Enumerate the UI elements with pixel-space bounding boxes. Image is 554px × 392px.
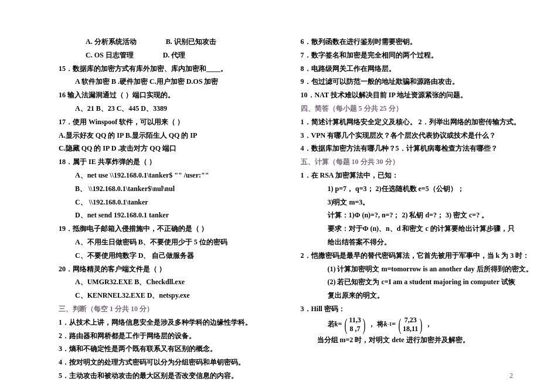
opt-c: C. OS 日志管理 bbox=[86, 51, 134, 59]
question-20-b: C、KENRNEL32.EXE D、netspy.exe bbox=[59, 289, 277, 302]
calc-2-a: (1) 计算加密明文 m=tomorrow is an another day … bbox=[301, 263, 519, 276]
page-number: 2 bbox=[509, 371, 513, 380]
calc-2-b: (2) 若已知密文为 c=I am a student majoring in … bbox=[301, 275, 519, 302]
section-3-title: 三、判断（每空 1 分共 10 分） bbox=[59, 302, 277, 316]
matrix-b: ( 7,23 18,11 ) bbox=[397, 316, 424, 333]
question-15: 15．数据库的加密方式有库外加密、库内加密和____。 bbox=[59, 62, 277, 76]
opt-b: B. 识别已知攻击 bbox=[166, 38, 216, 46]
question-20-a: A、UMGR32.EXE B、Checkdll.exe bbox=[59, 275, 277, 289]
matrix-a: ( 11,3 8 ,7 ) bbox=[343, 316, 366, 333]
question-19-a: A、不用生日做密码 B、不要使用少于 5 位的密码 bbox=[59, 236, 277, 249]
question-19: 19．抵御电子邮箱入侵措施中，不正确的是（ ） bbox=[59, 222, 277, 236]
calc-1-c: 计算：1)Φ (n)=?, n=?； 2) 私钥 d=?； 3) 密文 c=? … bbox=[301, 209, 519, 222]
left-column: A. 分析系统活动 B. 识别已知攻击 C. OS 日志管理 D. 代理 15．… bbox=[59, 35, 277, 383]
calc-2: 2．恺撒密码是最早的替代密码算法，它首先被用于军事中，当 k 为 3 时： bbox=[301, 249, 519, 263]
question-16-opts: A、21 B、23 C、445 D、3389 bbox=[59, 102, 277, 115]
question-17-a: A.显示好友 QQ 的 IP B.显示陌生人 QQ 的 IP bbox=[59, 129, 277, 142]
calc-1-b: 3)明文 m=3。 bbox=[301, 196, 519, 209]
question-18-d: D、net send 192.168.0.1 tanker bbox=[59, 209, 277, 222]
paren-left-icon: ( bbox=[399, 316, 402, 333]
opt-row: A. 分析系统活动 B. 识别已知攻击 bbox=[59, 35, 277, 49]
opt-row: C. OS 日志管理 D. 代理 bbox=[59, 49, 277, 62]
calc-1: 1．在 RSA 加密算法中，已知： bbox=[301, 169, 519, 182]
judge-8: 8．电路级网关工作在网络层。 bbox=[301, 62, 519, 76]
question-15-opts: A 软件加密 B .硬件加密 C.用户加密 D.OS 加密 bbox=[59, 75, 277, 88]
judge-9: 9．包过滤可以防范一般的地址欺骗和源路由攻击。 bbox=[301, 75, 519, 88]
opt-d: D. 代理 bbox=[163, 51, 186, 59]
calc-1-a: 1) p=7， q=3； 2)任选随机数 e=5（公钥）； bbox=[301, 182, 519, 196]
matrix-eq: = bbox=[338, 318, 342, 331]
paren-left-icon: ( bbox=[345, 316, 348, 333]
matrix-a-row1: 11,3 bbox=[349, 316, 361, 324]
matrix-mid: ， 将 bbox=[368, 318, 384, 331]
right-column: 6．散列函数在进行鉴别时需要密钥。 7．数字签名和加密是完全相同的两个过程。 8… bbox=[301, 35, 519, 383]
matrix-eq2: = bbox=[392, 318, 396, 331]
section-5-title: 五、计算（每题 10 分共 30 分） bbox=[301, 155, 519, 169]
paren-right-icon: ) bbox=[420, 316, 423, 333]
question-18-a: A、net use \\192.168.0.1\tanker$ "" /user… bbox=[59, 169, 277, 182]
question-17: 17．使用 Winspoof 软件，可以用来（ ） bbox=[59, 115, 277, 129]
question-18-b: B、 \\192.168.0.1\tanker$\nul\nul bbox=[59, 182, 277, 196]
question-16: 16 输入法漏洞通过（ ）端口实现的。 bbox=[59, 88, 277, 102]
question-18-c: C、 \\192.168.0.1\tanker bbox=[59, 196, 277, 209]
section-4-title: 四、简答（每小题 5 分共 25 分） bbox=[301, 102, 519, 115]
matrix-b-row1: 7,23 bbox=[403, 316, 418, 324]
calc-1-d: 要求：对于Φ (n)、n、d 和密文 c 的计算要给出计算步骤，只给出结答案不得… bbox=[301, 222, 519, 249]
question-17-b: C.隐藏 QQ 的 IP D .攻击对方 QQ 端口 bbox=[59, 142, 277, 155]
judge-4: 4．按对明文的处理方式密码可以分为分组密码和单钥密码。 bbox=[59, 356, 277, 369]
question-19-b: C、不要使用纯数字 D、 自己做服务器 bbox=[59, 249, 277, 263]
calc-3-matrix: 若 k = ( 11,3 8 ,7 ) ， 将 k -1 = ( 7,23 18… bbox=[301, 316, 519, 333]
question-18: 18．属于 IE 共享炸弹的是（ ） bbox=[59, 155, 277, 169]
matrix-b-row2: 18,11 bbox=[403, 325, 418, 333]
short-3: 3．VPN 有哪几个实现层次？各个层次代表协议或技术是什么？ bbox=[301, 129, 519, 142]
judge-2: 2．路由器和网桥都是工作于网络层的设备。 bbox=[59, 329, 277, 343]
short-1-2: 1．简述计算机网络安全定义及核心。 2．列举出网络的加密传输方式。 bbox=[301, 115, 519, 129]
judge-1: 1．从技术上讲，网络信息安全是涉及多种学科的边缘性学科。 bbox=[59, 316, 277, 329]
judge-5: 5．主动攻击和被动攻击的最大区别是否改变信息的内容。 bbox=[59, 369, 277, 383]
judge-3: 3．熵和不确定性是两个既有联系又有区别的概念。 bbox=[59, 342, 277, 356]
matrix-a-row2: 8 ,7 bbox=[349, 325, 361, 333]
judge-10: 10．NAT 技术难以解决目前 IP 地址资源紧张的问题。 bbox=[301, 88, 519, 102]
calc-3-b: 当分组 m=2 时，对明文 dete 进行加密并及解密。 bbox=[301, 333, 519, 347]
calc-3: 3．Hill 密码： bbox=[301, 302, 519, 316]
matrix-prefix: 若 bbox=[328, 318, 335, 331]
judge-6: 6．散列函数在进行鉴别时需要密钥。 bbox=[301, 35, 519, 49]
matrix-end: ， bbox=[425, 318, 432, 331]
short-4-5: 4．数据库加密方法有哪几种？5．计算机病毒检查方法有哪些？ bbox=[301, 142, 519, 155]
matrix-sup: -1 bbox=[388, 319, 392, 329]
question-20: 20．网络精灵的客户端文件是（ ） bbox=[59, 263, 277, 276]
judge-7: 7．数字签名和加密是完全相同的两个过程。 bbox=[301, 49, 519, 62]
paren-right-icon: ) bbox=[362, 316, 365, 333]
opt-a: A. 分析系统活动 bbox=[86, 38, 137, 46]
